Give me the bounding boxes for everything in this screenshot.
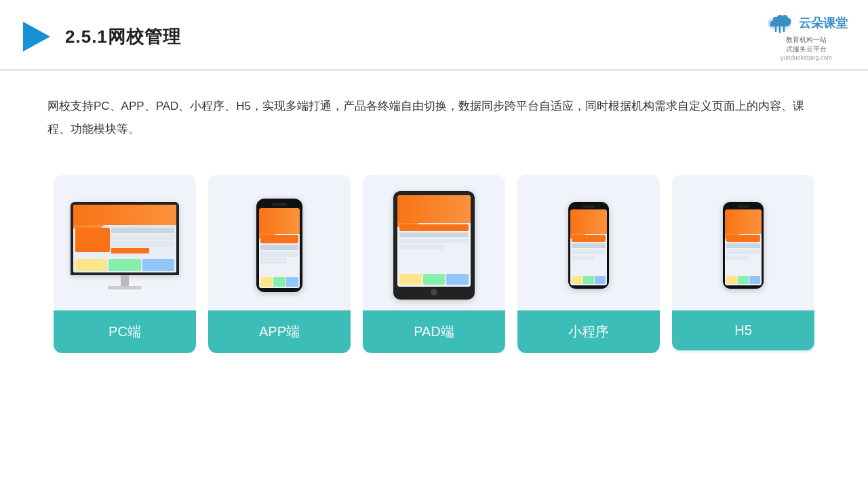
svg-marker-0 [23,22,50,52]
card-h5: H5 [672,175,814,353]
description: 网校支持PC、APP、PAD、小程序、H5，实现多端打通，产品各终端自由切换，数… [0,70,868,155]
card-pad: PAD端 [363,175,505,353]
card-h5-image [672,175,814,310]
description-text: 网校支持PC、APP、PAD、小程序、H5，实现多端打通，产品各终端自由切换，数… [47,100,804,136]
header-left: 2.5.1网校管理 [20,20,181,53]
card-pc: PC端 [54,175,196,353]
logo-cloud-icon [765,12,795,34]
logo-cloud: 云朵课堂 [765,12,848,34]
tablet-mock [393,191,475,300]
card-miniprogram-image [517,175,660,310]
pc-monitor [71,202,179,289]
card-pc-image [54,175,196,310]
header: 2.5.1网校管理 云朵课堂 教育机构一站式服务云平台 yunduoketang… [0,0,868,70]
page-title: 2.5.1网校管理 [65,25,181,49]
logo-area: 云朵课堂 教育机构一站式服务云平台 yunduoketang.com [765,12,848,61]
logo-url: yunduoketang.com [781,54,832,61]
card-miniprogram-label: 小程序 [517,310,660,353]
card-miniprogram: 小程序 [517,175,660,353]
card-h5-label: H5 [672,310,814,350]
mini-phone-h5 [723,202,764,289]
mini-phone-miniprogram [568,202,609,289]
logo-name: 云朵课堂 [799,15,848,31]
phone-mock-app [256,199,302,292]
card-app: APP端 [208,175,351,353]
card-app-label: APP端 [208,310,351,353]
card-pad-label: PAD端 [363,310,505,353]
card-pc-label: PC端 [54,310,196,353]
card-app-image [208,175,351,310]
cards-container: PC端 [0,161,868,373]
logo-subtitle: 教育机构一站式服务云平台 [786,35,827,54]
card-pad-image [363,175,505,310]
play-icon [20,20,53,53]
